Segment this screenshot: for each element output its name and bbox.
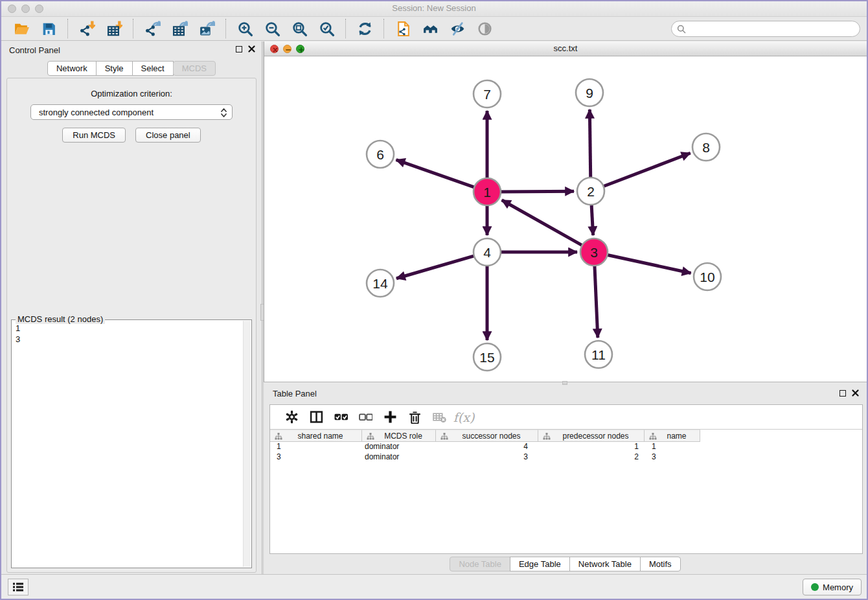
table-cell[interactable]: 1 [538, 441, 645, 452]
graph-node-14[interactable]: 14 [367, 270, 394, 297]
edge-4-14[interactable] [396, 255, 475, 278]
edge-2-3[interactable] [591, 203, 593, 235]
graph-node-11[interactable]: 11 [585, 341, 612, 368]
column-header-shared-name[interactable]: shared name [270, 430, 362, 442]
table-row[interactable]: 1dominator411 [270, 441, 862, 452]
table-cell[interactable]: 3 [270, 452, 362, 462]
show-columns-icon[interactable] [307, 409, 325, 426]
task-history-button[interactable] [8, 579, 29, 595]
save-session-icon[interactable] [39, 19, 58, 38]
delete-column-icon[interactable] [405, 409, 424, 426]
tab-node-table[interactable]: Node Table [450, 557, 510, 571]
export-network-icon[interactable] [143, 19, 162, 38]
graph-node-6[interactable]: 6 [367, 141, 394, 168]
zoom-in-icon[interactable] [235, 19, 255, 38]
result-scrollbar[interactable] [243, 321, 251, 567]
toolbar-separator [345, 19, 346, 38]
tab-mcds[interactable]: MCDS [173, 61, 216, 76]
graph-node-2[interactable]: 2 [577, 178, 604, 205]
toggle-visibility-icon[interactable] [448, 19, 467, 38]
window-title: Session: New Session [1, 3, 867, 13]
edge-3-1[interactable] [502, 200, 584, 246]
zoom-selected-icon[interactable] [317, 19, 336, 38]
optimization-criterion-label: Optimization criterion: [7, 89, 256, 98]
function-builder-disabled-icon: f(x) [455, 409, 473, 426]
open-file-icon[interactable] [12, 19, 31, 38]
toolbar-separator [225, 19, 226, 38]
column-header-predecessor-nodes[interactable]: predecessor nodes [538, 430, 645, 442]
network-document-icon[interactable] [393, 19, 413, 38]
table-cell[interactable]: 3 [645, 452, 700, 462]
tab-edge-table[interactable]: Edge Table [510, 557, 570, 571]
select-stepper-icon [220, 107, 227, 121]
node-label: 1 [483, 185, 491, 200]
table-cell[interactable]: 1 [270, 441, 362, 452]
table-mode-gear-icon[interactable] [282, 409, 301, 426]
table-cell[interactable]: dominator [362, 441, 436, 452]
float-table-panel-icon[interactable] [839, 390, 846, 397]
deselect-all-columns-icon[interactable] [356, 409, 374, 426]
node-label: 14 [372, 276, 388, 291]
edge-2-8[interactable] [602, 153, 691, 187]
float-panel-icon[interactable] [236, 46, 242, 52]
graph-node-7[interactable]: 7 [474, 80, 501, 108]
table-panel-title: Table Panel [273, 389, 317, 398]
graph-node-4[interactable]: 4 [474, 238, 501, 266]
tab-motifs[interactable]: Motifs [640, 557, 681, 571]
edge-1-6[interactable] [396, 160, 476, 188]
network-window-titlebar: scc.txt [264, 41, 867, 56]
import-table-icon[interactable] [104, 19, 124, 38]
close-panel-button[interactable]: Close panel [135, 128, 201, 143]
table-cell[interactable]: dominator [362, 452, 436, 462]
graph-node-3[interactable]: 3 [580, 238, 608, 266]
run-mcds-button[interactable]: Run MCDS [62, 128, 126, 143]
edge-3-11[interactable] [595, 264, 598, 338]
table-cell[interactable]: 4 [436, 441, 538, 452]
edge-3-10[interactable] [606, 255, 691, 273]
graph-node-9[interactable]: 9 [576, 79, 603, 106]
tab-style[interactable]: Style [96, 61, 133, 76]
zoom-out-icon[interactable] [262, 19, 282, 38]
tab-network[interactable]: Network [47, 61, 97, 76]
import-network-icon[interactable] [77, 19, 97, 38]
column-label: MCDS role [384, 432, 422, 441]
refresh-view-icon[interactable] [355, 19, 374, 38]
table-row[interactable]: 3dominator323 [270, 452, 862, 462]
graph-node-1[interactable]: 1 [474, 178, 501, 205]
application-window: Session: New Session Control Panel Netwo… [0, 0, 868, 600]
export-image-icon[interactable] [197, 19, 216, 38]
edge-2-9[interactable] [589, 110, 590, 179]
close-panel-icon[interactable] [248, 45, 255, 52]
node-label: 3 [590, 245, 598, 260]
graph-node-8[interactable]: 8 [692, 133, 720, 161]
zoom-fit-icon[interactable] [290, 19, 309, 38]
column-header-name[interactable]: name [645, 430, 700, 442]
toolbar-separator [133, 19, 133, 38]
tab-select[interactable]: Select [132, 61, 174, 76]
graph-node-10[interactable]: 10 [694, 263, 721, 290]
table-header-row: shared nameMCDS rolesuccessor nodesprede… [270, 429, 862, 441]
column-header-successor-nodes[interactable]: successor nodes [436, 430, 538, 442]
table-cell[interactable]: 2 [538, 452, 645, 462]
control-panel-header: Control Panel [1, 41, 262, 58]
memory-button[interactable]: Memory [803, 579, 862, 595]
table-cell[interactable]: 3 [436, 452, 538, 462]
search-icon [677, 25, 686, 34]
tab-network-table[interactable]: Network Table [569, 557, 641, 571]
close-table-panel-icon[interactable] [852, 389, 859, 397]
select-all-columns-icon[interactable] [332, 409, 350, 426]
network-canvas[interactable]: 7968124314101511 [264, 56, 867, 382]
mcds-result-text[interactable]: 1 3 [16, 323, 242, 566]
table-cell[interactable]: 1 [645, 441, 700, 452]
export-table-icon[interactable] [170, 19, 189, 38]
node-label: 15 [479, 350, 494, 365]
home-layout-icon[interactable] [420, 19, 440, 38]
mcds-panel: Optimization criterion: strongly connect… [6, 78, 257, 573]
edge-1-2[interactable] [499, 191, 574, 192]
criterion-select[interactable]: strongly connected component [30, 104, 233, 120]
column-label: predecessor nodes [562, 432, 628, 441]
add-column-icon[interactable] [381, 409, 399, 426]
column-header-MCDS-role[interactable]: MCDS role [362, 430, 436, 442]
search-input[interactable] [671, 21, 860, 37]
graph-node-15[interactable]: 15 [474, 343, 501, 371]
